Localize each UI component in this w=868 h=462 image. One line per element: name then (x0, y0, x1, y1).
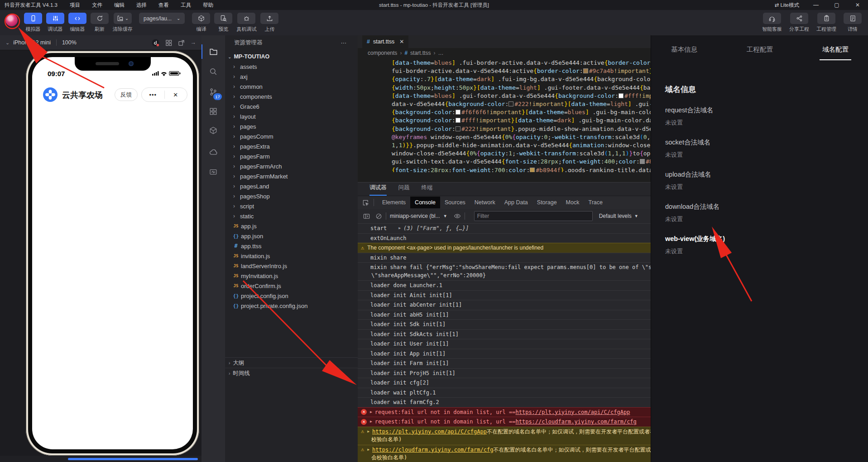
config-tab-域名配置[interactable]: 域名配置 (822, 45, 849, 60)
console-row[interactable]: loader init User init[1] (358, 339, 651, 349)
devtools-tab-network[interactable]: Network (470, 197, 500, 208)
console-row[interactable]: mixin share (358, 253, 651, 263)
console-row[interactable]: start▶(3) ["Farm", ƒ, {…}] (358, 223, 651, 233)
zoom-level[interactable]: 100% (62, 39, 77, 46)
console-row[interactable]: loader init App init[1] (358, 349, 651, 359)
console-row[interactable]: loader wait pltCfg.1 (358, 388, 651, 398)
toolbar-simulator-button[interactable]: 模拟器 (24, 13, 42, 33)
devtools-tab-app-data[interactable]: App Data (500, 197, 532, 208)
grid-view-icon[interactable] (165, 39, 172, 46)
domain-field-label[interactable]: upload合法域名 (665, 170, 725, 179)
devtools-tab-trace[interactable]: Trace (584, 197, 607, 208)
console-row[interactable]: loader init cfg[2] (358, 378, 651, 388)
horizontal-scrollbar[interactable] (68, 458, 198, 460)
tree-folder-pagesFarmMarket[interactable]: ›pagesFarmMarket (225, 171, 358, 181)
debug-tab-终端[interactable]: 终端 (422, 184, 433, 196)
expand-arrow-icon[interactable]: ▶ (367, 428, 369, 435)
console-row[interactable]: ⚠▶https://cloudfarm.yiyiny.com/farm/cfg … (358, 445, 651, 462)
console-row[interactable]: loader wait farmCfg.2 (358, 397, 651, 407)
tree-folder-pagesFarm[interactable]: ›pagesFarm (225, 151, 358, 161)
menu-item-0[interactable]: 项目 (64, 2, 86, 9)
console-row[interactable]: loader init Ainit init[1] (358, 290, 651, 300)
devtools-tab-sources[interactable]: Sources (440, 197, 470, 208)
console-link[interactable]: https://cloudfarm.yiyiny.com/farm/cfg (516, 419, 637, 425)
tree-folder-pagesExtra[interactable]: ›pagesExtra (225, 141, 358, 151)
page-path-dropdown[interactable]: pages/lau... ⌄ (139, 13, 185, 24)
console-row[interactable]: loader init Farm init[1] (358, 358, 651, 368)
expand-arrow-icon[interactable]: ▶ (367, 447, 369, 453)
tree-file-invitation.js[interactable]: JSinvitation.js (225, 251, 358, 261)
toolbar-debugger-button[interactable]: 调试器 (46, 13, 64, 33)
inspect-element-icon[interactable] (362, 199, 369, 206)
phone-screen[interactable]: 09:07 (32, 57, 193, 449)
tree-file-project.private.config.json[interactable]: {}project.private.config.json (225, 301, 358, 311)
cloud-icon[interactable] (201, 143, 225, 161)
tree-folder-pagesLand[interactable]: ›pagesLand (225, 181, 358, 191)
devtools-tab-elements[interactable]: Elements (378, 197, 410, 208)
console-row[interactable]: loader init SdkActs init[1] (358, 329, 651, 339)
chevron-down-icon[interactable]: ⌄ (5, 40, 10, 46)
tree-folder-common[interactable]: ›common (225, 82, 358, 91)
package-icon[interactable] (201, 121, 225, 140)
open-external-icon[interactable]: → (191, 39, 197, 46)
tree-root[interactable]: ⌄ MP-TOUTIAO (225, 52, 358, 62)
tree-folder-static[interactable]: ›static (225, 211, 358, 221)
config-tab-基本信息[interactable]: 基本信息 (671, 45, 697, 60)
devtools-tab-storage[interactable]: Storage (532, 197, 561, 208)
maximize-button[interactable]: ▢ (826, 0, 847, 10)
tree-file-app.ttss[interactable]: #app.ttss (225, 241, 358, 251)
explorer-more-icon[interactable]: ⋯ (341, 39, 347, 46)
timeline-section[interactable]: › 时间线 (225, 368, 358, 379)
screenshot-icon[interactable] (178, 39, 185, 46)
toolbar-details-button[interactable]: 详情 (844, 13, 862, 33)
toggle-sidebar-icon[interactable] (363, 213, 370, 220)
tree-folder-pagesShop[interactable]: ›pagesShop (225, 191, 358, 201)
console-row[interactable]: ⚠The component <ax-page> used in pages/l… (358, 243, 651, 253)
context-dropdown[interactable]: miniapp-service (bl... ▼ (390, 213, 447, 219)
toolbar-compile-button[interactable]: 编译 (192, 13, 210, 33)
tree-file-project.config.json[interactable]: {}project.config.json (225, 291, 358, 301)
devtools-tab-console[interactable]: Console (410, 197, 440, 208)
tree-file-app.json[interactable]: {}app.json (225, 231, 358, 241)
breadcrumb[interactable]: components›#start.ttss›… (358, 48, 651, 58)
menu-item-4[interactable]: 查看 (153, 2, 175, 9)
close-button[interactable]: ✕ (847, 0, 868, 10)
debug-tab-问题[interactable]: 问题 (398, 184, 410, 196)
domain-field-label[interactable]: download合法域名 (665, 202, 725, 211)
toolbar-remote-debug-button[interactable]: 真机调试 (236, 13, 256, 33)
expand-arrow-icon[interactable]: ▶ (370, 419, 372, 425)
domain-field-label[interactable]: socket合法域名 (665, 138, 725, 147)
minimize-button[interactable]: — (806, 0, 826, 10)
console-row[interactable]: ✕▶request:fail url not in domain list, u… (358, 417, 651, 427)
default-levels-dropdown[interactable]: Default levels ▼ (599, 213, 638, 219)
filter-input[interactable] (474, 211, 593, 221)
domain-field-label[interactable]: request合法域名 (665, 106, 725, 115)
menu-item-1[interactable]: 文件 (86, 2, 108, 9)
menu-item-5[interactable]: 工具 (175, 2, 197, 9)
eye-icon[interactable] (454, 212, 461, 220)
tab-start-ttss[interactable]: # start.ttss ✕ (362, 35, 408, 48)
console-row[interactable]: loader init abCenter init[1] (358, 300, 651, 310)
tree-file-app.js[interactable]: JSapp.js (225, 221, 358, 231)
toolbar-project-manage-button[interactable]: 工程管理 (816, 13, 836, 33)
code-editor[interactable]: [data-theme=blues] .fui-border-active.da… (358, 59, 651, 172)
console-row[interactable]: ✕▶request:fail url not in domain list, u… (358, 407, 651, 417)
user-avatar[interactable] (5, 14, 18, 26)
feedback-button[interactable]: 反馈 (115, 88, 138, 101)
tree-folder-Grace6[interactable]: ›Grace6 (225, 101, 358, 111)
console-row[interactable]: loader init abH5 init[1] (358, 310, 651, 320)
expand-arrow-icon[interactable]: ▶ (370, 409, 372, 416)
toolbar-refresh-button[interactable]: 刷新 (91, 13, 109, 33)
close-miniapp-button[interactable]: ✕ (165, 91, 187, 98)
source-control-icon[interactable]: 17 (201, 83, 225, 101)
menu-item-3[interactable]: 选择 (130, 2, 153, 9)
devtools-tab-mock[interactable]: Mock (561, 197, 584, 208)
console-row[interactable]: loader done Launcher.1 (358, 280, 651, 290)
console-link[interactable]: https://cloudfarm.yiyiny.com/farm/cfg (372, 447, 493, 453)
tree-folder-pagesFarmArch[interactable]: ›pagesFarmArch (225, 161, 358, 171)
tree-file-myInvitation.js[interactable]: JSmyInvitation.js (225, 271, 358, 281)
tree-folder-components[interactable]: ›components (225, 91, 358, 101)
clear-console-icon[interactable] (375, 213, 382, 220)
menu-item-6[interactable]: 帮助 (197, 2, 219, 9)
tree-file-orderConfirm.js[interactable]: JSorderConfirm.js (225, 281, 358, 291)
